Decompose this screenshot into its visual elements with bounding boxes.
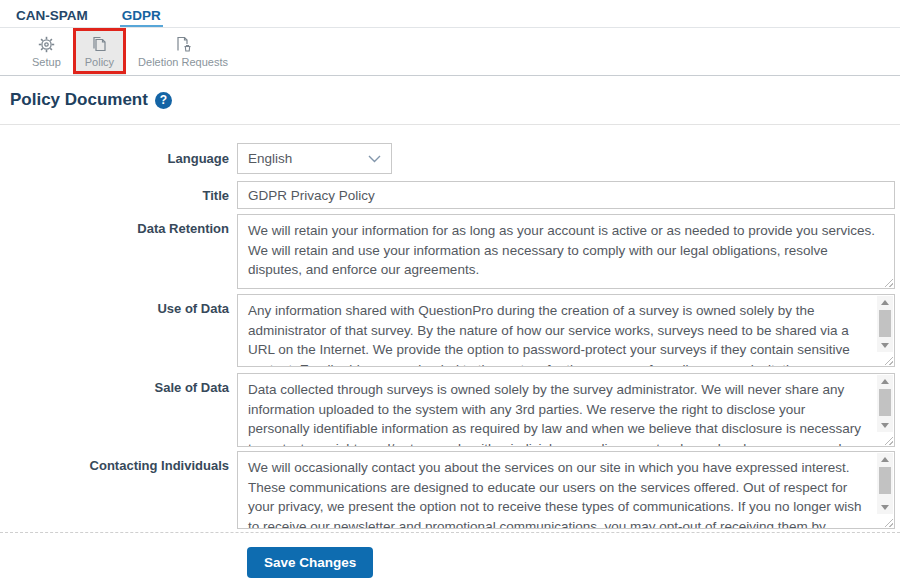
pages-icon — [90, 36, 108, 53]
tab-bar: CAN-SPAM GDPR — [0, 0, 900, 28]
scroll-down-icon[interactable] — [877, 419, 893, 432]
use-of-data-textarea[interactable]: Any information shared with QuestionPro … — [237, 294, 895, 367]
title-input[interactable] — [237, 181, 895, 209]
chevron-down-icon — [368, 151, 381, 166]
use-of-data-label: Use of Data — [0, 294, 237, 367]
title-row: Title — [0, 181, 895, 209]
scroll-up-icon[interactable] — [877, 375, 893, 388]
tab-can-spam[interactable]: CAN-SPAM — [14, 3, 90, 27]
scroll-up-icon[interactable] — [877, 453, 893, 466]
use-of-data-text: Any information shared with QuestionPro … — [238, 295, 876, 366]
contacting-individuals-textarea[interactable]: We will occasionally contact you about t… — [237, 451, 895, 529]
scroll-down-icon[interactable] — [877, 339, 893, 352]
language-row: Language English — [0, 143, 895, 174]
scroll-down-icon[interactable] — [877, 501, 893, 514]
toolbar-item-policy[interactable]: Policy — [73, 28, 126, 75]
data-retention-textarea[interactable]: We will retain your information for as l… — [237, 214, 895, 289]
page-trash-icon — [174, 36, 193, 53]
sale-of-data-row: Sale of Data Data collected through surv… — [0, 373, 895, 447]
toolbar: Setup Policy — [0, 28, 900, 76]
toolbar-item-setup[interactable]: Setup — [20, 28, 73, 75]
resize-handle[interactable] — [882, 354, 893, 365]
sale-of-data-textarea[interactable]: Data collected through surveys is owned … — [237, 373, 895, 447]
scrollbar-thumb[interactable] — [879, 389, 891, 416]
contacting-individuals-label: Contacting Individuals — [0, 451, 237, 529]
sale-of-data-text: Data collected through surveys is owned … — [238, 374, 876, 446]
page-title: Policy Document — [10, 90, 148, 110]
scrollbar[interactable] — [877, 453, 893, 514]
header-divider — [0, 124, 900, 125]
scrollbar-thumb[interactable] — [879, 310, 891, 337]
bottom-divider — [0, 532, 900, 533]
scroll-up-icon[interactable] — [877, 296, 893, 309]
language-label: Language — [0, 151, 237, 166]
contacting-individuals-row: Contacting Individuals We will occasiona… — [0, 451, 895, 529]
scrollbar-thumb[interactable] — [879, 467, 891, 494]
toolbar-item-deletion-requests-label: Deletion Requests — [138, 56, 228, 68]
title-label: Title — [0, 188, 237, 203]
gear-icon — [38, 36, 55, 53]
data-retention-row: Data Retention We will retain your infor… — [0, 214, 895, 289]
resize-handle[interactable] — [882, 434, 893, 445]
language-select-value: English — [248, 151, 292, 166]
scrollbar[interactable] — [877, 375, 893, 432]
toolbar-item-policy-label: Policy — [85, 56, 114, 68]
toolbar-item-setup-label: Setup — [32, 56, 61, 68]
page-header: Policy Document ? — [10, 90, 900, 110]
resize-handle[interactable] — [882, 516, 893, 527]
use-of-data-row: Use of Data Any information shared with … — [0, 294, 895, 367]
contacting-individuals-text: We will occasionally contact you about t… — [238, 452, 876, 528]
sale-of-data-label: Sale of Data — [0, 373, 237, 447]
tab-gdpr[interactable]: GDPR — [120, 3, 163, 27]
save-changes-button[interactable]: Save Changes — [247, 547, 373, 578]
toolbar-item-deletion-requests[interactable]: Deletion Requests — [126, 28, 240, 75]
policy-document-form: Language English Title Data Retention We… — [0, 143, 900, 529]
data-retention-label: Data Retention — [0, 214, 237, 289]
scrollbar[interactable] — [877, 296, 893, 352]
data-retention-text: We will retain your information for as l… — [238, 215, 891, 288]
help-icon[interactable]: ? — [155, 92, 172, 109]
language-select[interactable]: English — [237, 143, 392, 174]
